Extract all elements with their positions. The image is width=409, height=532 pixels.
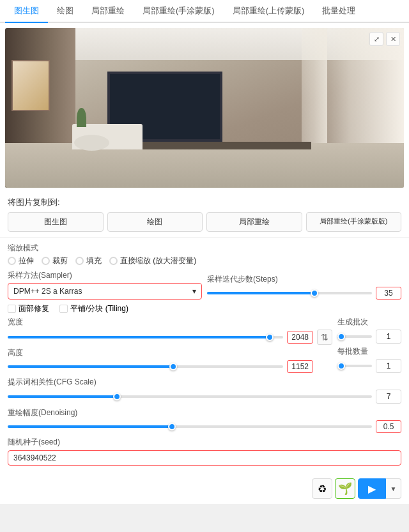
generate-icon: ▶ (368, 483, 376, 495)
dropdown-icon: ▼ (390, 485, 397, 492)
sampler-select[interactable]: DPM++ 2S a Karras ▾ (8, 283, 202, 300)
generate-group: ▶ ▼ (358, 478, 401, 499)
tab-inpaint[interactable]: 局部重绘 (82, 0, 134, 23)
cfg-scale-slider[interactable] (8, 391, 372, 402)
steps-thumb[interactable] (311, 289, 318, 297)
denoising-slider[interactable] (8, 422, 372, 432)
batch-size-label: 每批数量 (337, 346, 401, 357)
denoising-row: 重绘幅度(Denoising) 0.5 (8, 407, 401, 433)
generate-btn[interactable]: ▶ (358, 478, 386, 499)
scale-fill[interactable]: 填充 (75, 255, 102, 266)
batch-count-label: 生成批次 (337, 317, 401, 328)
height-slider[interactable] (8, 361, 283, 372)
copy-to-img2img[interactable]: 图生图 (8, 212, 104, 232)
generate-dropdown[interactable]: ▼ (386, 478, 401, 499)
cfg-fill (8, 395, 117, 398)
scale-fill-label: 填充 (86, 255, 102, 266)
cfg-track (8, 395, 372, 398)
width-slider[interactable] (8, 332, 283, 342)
cfg-thumb[interactable] (113, 393, 121, 400)
height-thumb[interactable] (169, 363, 177, 370)
seed-row: 随机种子(seed) 3643940522 (8, 437, 401, 466)
copy-to-inpaint-sketch[interactable]: 局部重绘(手涂蒙版版) (306, 212, 402, 232)
copy-to-inpaint[interactable]: 局部重绘 (206, 212, 302, 232)
scale-stretch[interactable]: 拉伸 (8, 255, 34, 266)
steps-value[interactable]: 35 (376, 287, 401, 300)
width-value[interactable]: 2048 (287, 331, 313, 344)
app-container: 图生图 绘图 局部重绘 局部重绘(手涂蒙版) 局部重绘(上传蒙版) 批量处理 (0, 0, 409, 504)
recycle-btn[interactable]: ♻ (312, 478, 332, 499)
checkbox-row: 面部修复 平铺/分块 (Tiling) (8, 303, 401, 314)
seed-label: 随机种子(seed) (8, 437, 401, 448)
scale-mode-label: 缩放模式 (8, 243, 401, 254)
copy-buttons: 图生图 绘图 局部重绘 局部重绘(手涂蒙版版) (8, 212, 401, 232)
scale-crop-label: 裁剪 (52, 255, 68, 266)
bottom-actions: ♻ 🌱 ▶ ▼ (0, 475, 409, 504)
face-fix-checkbox[interactable] (8, 305, 16, 313)
denoising-label: 重绘幅度(Denoising) (8, 407, 401, 418)
denoising-track (8, 425, 372, 428)
height-fill (8, 365, 173, 368)
image-upload-area[interactable]: ⤢ ✕ (5, 28, 404, 188)
tab-batch[interactable]: 批量处理 (313, 0, 364, 23)
tiling-check[interactable]: 平铺/分块 (Tiling) (59, 303, 128, 314)
denoising-thumb[interactable] (168, 423, 176, 430)
batch-size-thumb[interactable] (337, 362, 345, 370)
steps-track (207, 292, 372, 294)
green-btn[interactable]: 🌱 (335, 478, 355, 499)
sampler-label: 采样方法(Sampler) (8, 270, 202, 281)
denoising-fill (8, 425, 172, 428)
sampler-dropdown-icon: ▾ (192, 287, 196, 296)
height-label: 高度 (8, 347, 332, 358)
steps-section: 采样迭代步数(Steps) 35 (207, 274, 401, 300)
scale-crop-radio[interactable] (42, 257, 50, 265)
tiling-checkbox[interactable] (59, 305, 68, 313)
batch-count-input[interactable]: 1 (376, 330, 401, 344)
scale-mode-options: 拉伸 裁剪 填充 直接缩放 (放大潜变量) (8, 255, 401, 266)
scale-fill-radio[interactable] (75, 257, 84, 265)
scale-stretch-radio[interactable] (8, 257, 16, 265)
scale-direct[interactable]: 直接缩放 (放大潜变量) (109, 255, 196, 266)
copy-to-draw[interactable]: 绘图 (107, 212, 203, 232)
cfg-scale-label: 提示词相关性(CFG Scale) (8, 377, 401, 388)
preview-image (5, 28, 404, 188)
expand-icon[interactable]: ⤢ (369, 32, 383, 46)
steps-slider[interactable] (207, 288, 372, 298)
recycle-icon: ♻ (318, 483, 327, 495)
seed-input-row: 3643940522 (8, 450, 401, 466)
denoising-value[interactable]: 0.5 (376, 420, 401, 433)
batch-size-slider[interactable] (337, 361, 372, 371)
face-fix-check[interactable]: 面部修复 (8, 303, 49, 314)
batch-size-track (337, 365, 372, 367)
steps-label: 采样迭代步数(Steps) (207, 274, 401, 285)
batch-section: 生成批次 1 每批数量 (337, 317, 401, 373)
width-thumb[interactable] (266, 333, 274, 341)
width-track (8, 336, 283, 338)
scale-mode-row: 缩放模式 拉伸 裁剪 填充 直接缩放 (放大潜变量) (8, 243, 401, 266)
scale-crop[interactable]: 裁剪 (42, 255, 68, 266)
height-value[interactable]: 1152 (287, 360, 313, 373)
tab-inpaint-sketch[interactable]: 局部重绘(手涂蒙版) (134, 0, 224, 23)
batch-size-input[interactable]: 1 (376, 359, 401, 373)
image-action-icons: ⤢ ✕ (369, 32, 400, 46)
tab-inpaint-upload[interactable]: 局部重绘(上传蒙版) (224, 0, 314, 23)
controls-panel: 缩放模式 拉伸 裁剪 填充 直接缩放 (放大潜变量) (0, 238, 409, 475)
copy-section: 将图片复制到: 图生图 绘图 局部重绘 局部重绘(手涂蒙版版) (0, 193, 409, 238)
close-icon[interactable]: ✕ (386, 32, 400, 46)
height-track (8, 365, 283, 368)
tab-draw[interactable]: 绘图 (48, 0, 82, 23)
width-fill (8, 336, 270, 338)
steps-fill (207, 292, 314, 294)
batch-count-slider[interactable] (337, 331, 372, 342)
batch-count-thumb[interactable] (337, 333, 345, 340)
copy-label: 将图片复制到: (8, 197, 401, 208)
scale-direct-radio[interactable] (109, 257, 118, 265)
batch-count-track (337, 335, 372, 338)
swap-dimensions-btn[interactable]: ⇅ (317, 330, 332, 345)
face-fix-label: 面部修复 (19, 303, 49, 314)
tab-img2img[interactable]: 图生图 (5, 0, 48, 23)
cfg-value[interactable]: 7 (376, 390, 401, 404)
scale-stretch-label: 拉伸 (19, 255, 34, 266)
seed-input[interactable]: 3643940522 (8, 450, 401, 466)
tab-bar: 图生图 绘图 局部重绘 局部重绘(手涂蒙版) 局部重绘(上传蒙版) 批量处理 (0, 0, 409, 23)
